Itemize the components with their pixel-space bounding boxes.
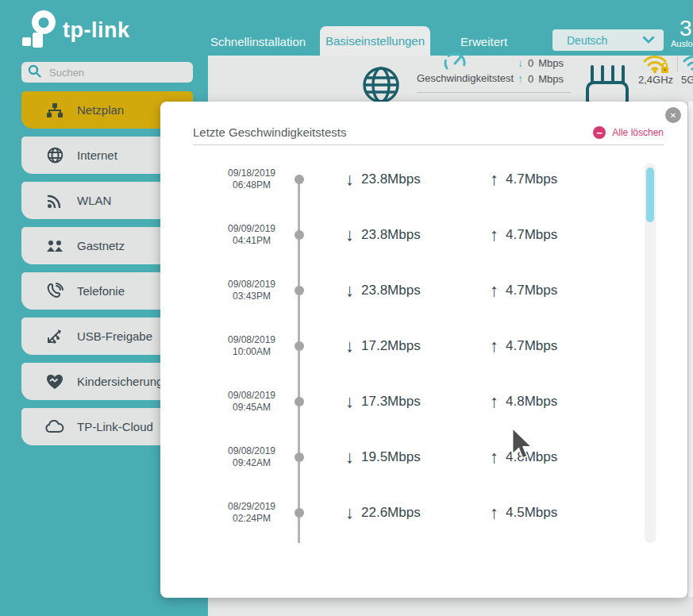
speedtest-date: 08/29/2019 <box>228 501 275 513</box>
speedtest-row: 09/08/2019 03:43PM ↓ 23.8Mbps ↑ 4.7Mbps <box>160 263 687 318</box>
upload-value: 4.8Mbps <box>506 394 557 410</box>
upload-value: 4.5Mbps <box>506 505 557 521</box>
download-unit: Mbps <box>538 57 564 69</box>
upload-arrow-icon: ↑ <box>490 225 499 245</box>
upload-result: ↑ 4.7Mbps <box>490 318 557 374</box>
download-arrow-icon: ↓ <box>345 447 354 468</box>
upload-result: ↑ 4.8Mbps <box>490 374 557 429</box>
wifi-icon <box>45 193 64 209</box>
timeline-dot-icon <box>295 452 304 462</box>
download-arrow-icon: ↓ <box>345 502 354 523</box>
session-counter: 3 <box>680 16 692 41</box>
logo-wordmark: tp-link <box>63 18 130 43</box>
download-result: ↓ 17.3Mbps <box>345 374 421 429</box>
speedtest-time: 02:24PM <box>233 513 271 525</box>
download-arrow-icon: ↓ <box>345 280 354 301</box>
list-scrollbar[interactable] <box>645 163 656 543</box>
usb-icon <box>45 329 64 345</box>
speedtest-timestamp: 09/18/2019 06:48PM <box>220 152 283 207</box>
speedtest-list: 09/18/2019 06:48PM ↓ 23.8Mbps ↑ 4.7Mbps … <box>160 152 687 541</box>
speedtest-gauge-icon <box>441 51 468 75</box>
upload-arrow-icon: ↑ <box>490 391 499 412</box>
language-value: Deutsch <box>567 34 607 47</box>
download-arrow-icon: ↓ <box>345 169 354 190</box>
upload-value: 4.7Mbps <box>506 171 557 187</box>
router-icon <box>585 65 629 105</box>
speedtest-date: 09/09/2019 <box>228 223 275 235</box>
download-value: 17.2Mbps <box>361 338 421 354</box>
download-value: 19.5Mbps <box>361 449 421 465</box>
speedtest-row: 08/29/2019 02:24PM ↓ 22.6Mbps ↑ 4.5Mbps <box>160 485 687 541</box>
download-arrow-icon: ↓ <box>518 56 523 69</box>
speedtest-timestamp: 08/29/2019 02:24PM <box>220 485 283 541</box>
upload-value: 4.7Mbps <box>506 283 557 298</box>
search-icon <box>28 64 41 81</box>
sidebar-item-label: USB-Freigabe <box>77 329 152 343</box>
band-24ghz-label: 2,4GHz <box>637 74 675 86</box>
upload-result: ↑ 4.7Mbps <box>490 152 557 207</box>
speedtest-row: 09/08/2019 10:00AM ↓ 17.2Mbps ↑ 4.7Mbps <box>160 318 687 374</box>
speedtest-timestamp: 09/08/2019 10:00AM <box>220 318 283 374</box>
search-input[interactable] <box>48 66 175 79</box>
band-5ghz-label: 5G <box>681 74 693 86</box>
upload-arrow-icon: ↑ <box>490 502 499 523</box>
guest-users-icon <box>45 239 64 253</box>
dialog-divider <box>193 144 664 145</box>
speedtest-history-dialog: ✕ Letzte Geschwindigkeitstests − Alle lö… <box>160 102 687 598</box>
download-result: ↓ 23.8Mbps <box>345 207 421 263</box>
speedtest-time: 04:41PM <box>233 235 271 247</box>
speedtest-row: 09/08/2019 09:42AM ↓ 19.5Mbps ↑ 4.8Mbps <box>160 429 687 485</box>
speedtest-date: 09/18/2019 <box>228 167 275 179</box>
list-scrollbar-thumb[interactable] <box>646 167 654 222</box>
upload-arrow-icon: ↑ <box>490 169 499 190</box>
network-topology-icon <box>45 102 64 118</box>
tab-schnellinstallation[interactable]: Schnellinstallation <box>210 35 306 48</box>
tab-erweitert[interactable]: Erweitert <box>460 35 507 48</box>
page-scrollbar[interactable] <box>687 102 693 597</box>
speedtest-date: 09/08/2019 <box>228 390 275 402</box>
speedtest-timestamp: 09/08/2019 09:42AM <box>220 429 283 485</box>
timeline-dot-icon <box>295 230 304 240</box>
download-status: ↓ 0 Mbps <box>518 56 564 69</box>
download-arrow-icon: ↓ <box>345 336 354 356</box>
speedtest-time: 10:00AM <box>233 346 271 358</box>
speedtest-label[interactable]: Geschwindigkeitstest <box>417 72 514 84</box>
timeline-dot-icon <box>295 397 304 406</box>
download-result: ↓ 22.6Mbps <box>345 485 421 541</box>
upload-result: ↑ 4.5Mbps <box>490 485 557 541</box>
speedtest-timestamp: 09/09/2019 04:41PM <box>220 207 283 263</box>
sidebar-item-label: Netzplan <box>77 103 124 117</box>
cloud-icon <box>45 420 64 433</box>
download-result: ↓ 23.8Mbps <box>345 152 421 207</box>
download-value: 0 <box>528 57 533 69</box>
download-value: 22.6Mbps <box>361 505 421 521</box>
upload-value: 4.7Mbps <box>506 338 557 354</box>
speedtest-time: 06:48PM <box>233 179 271 191</box>
download-value: 23.8Mbps <box>361 227 421 243</box>
globe-icon <box>45 147 64 164</box>
timeline-dot-icon <box>295 341 304 351</box>
speedtest-date: 09/08/2019 <box>228 279 275 291</box>
upload-arrow-icon: ↑ <box>490 336 499 356</box>
download-arrow-icon: ↓ <box>345 225 354 245</box>
sidebar-item-label: Internet <box>77 148 117 162</box>
speedtest-date: 09/08/2019 <box>228 334 275 346</box>
speedtest-row: 09/18/2019 06:48PM ↓ 23.8Mbps ↑ 4.7Mbps <box>160 152 687 207</box>
speedtest-row: 09/08/2019 09:45AM ↓ 17.3Mbps ↑ 4.8Mbps <box>160 374 687 429</box>
download-value: 23.8Mbps <box>361 283 421 298</box>
dialog-title: Letzte Geschwindigkeitstests <box>193 125 346 139</box>
language-dropdown[interactable]: Deutsch <box>552 29 664 51</box>
tp-link-logo-icon <box>20 9 56 52</box>
sidebar-item-label: Kindersicherung <box>77 375 163 388</box>
upload-arrow-icon: ↑ <box>490 447 499 468</box>
sidebar-item-label: Gastnetz <box>77 239 125 252</box>
clear-all-button[interactable]: − Alle löschen <box>593 126 664 139</box>
tab-basiseinstellungen[interactable]: Basiseinstellungen <box>320 26 430 56</box>
logout-button[interactable]: Auslo <box>671 39 693 48</box>
close-icon[interactable]: ✕ <box>665 107 681 123</box>
upload-unit: Mbps <box>538 73 564 85</box>
sidebar-search[interactable] <box>21 62 193 83</box>
upload-result: ↑ 4.7Mbps <box>490 263 557 318</box>
upload-result: ↑ 4.7Mbps <box>490 207 557 263</box>
speedtest-timestamp: 09/08/2019 09:45AM <box>220 374 283 429</box>
